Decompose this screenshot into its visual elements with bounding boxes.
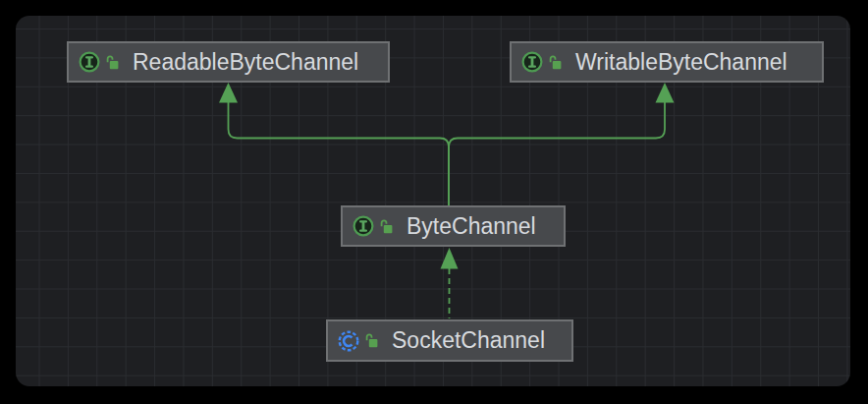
interface-icon: [520, 50, 544, 74]
node-bytechannel[interactable]: ByteChannel: [341, 205, 566, 247]
class-icon: [337, 329, 360, 353]
node-label: WritableByteChannel: [575, 49, 787, 76]
interface-icon: [352, 214, 375, 238]
unlocked-icon: [364, 332, 379, 349]
node-label: ByteChannel: [407, 213, 536, 240]
node-writablebytechannel[interactable]: WritableByteChannel: [510, 41, 824, 83]
interface-icon: [78, 50, 101, 74]
unlocked-icon: [105, 54, 120, 71]
diagram-window: ReadableByteChannel WritableByteChannel …: [0, 0, 868, 404]
node-label: SocketChannel: [392, 327, 545, 354]
unlocked-icon: [548, 54, 563, 71]
node-readablebytechannel[interactable]: ReadableByteChannel: [67, 41, 390, 83]
node-socketchannel[interactable]: SocketChannel: [326, 319, 573, 362]
node-label: ReadableByteChannel: [133, 49, 358, 76]
unlocked-icon: [379, 218, 394, 235]
